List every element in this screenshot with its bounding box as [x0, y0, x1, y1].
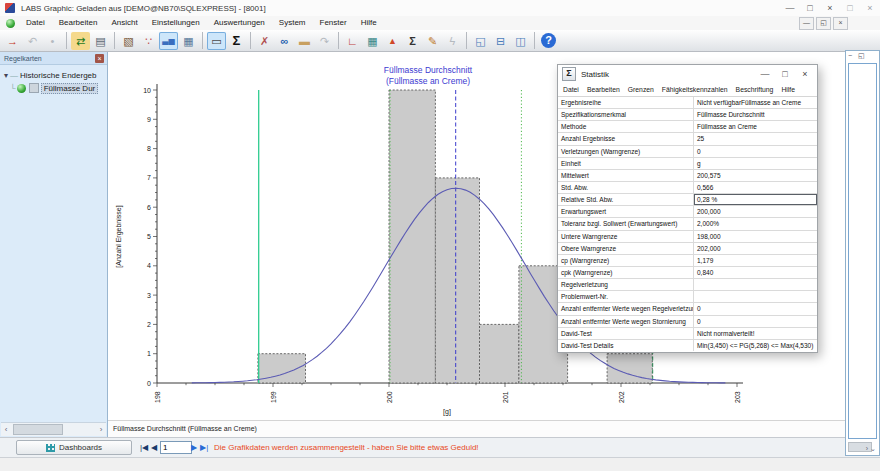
nav-first-button[interactable]: |◀ [140, 441, 148, 454]
child-minimize-button[interactable]: — [799, 17, 814, 30]
panel-header[interactable]: Regelkarten × [0, 52, 107, 65]
scroll-right-icon[interactable]: › [96, 425, 106, 434]
statistik-title-bar[interactable]: Σ Statistik — □ × [558, 65, 817, 83]
stat-row[interactable]: Anzahl Ergebnisse25 [558, 133, 817, 145]
tile-horizontal-icon[interactable]: ⊟ [491, 32, 510, 50]
menu-einstellungen[interactable]: Einstellungen [145, 16, 207, 30]
statistik-maximize-button[interactable]: □ [777, 65, 793, 83]
stat-value[interactable]: 202,000 [694, 243, 817, 254]
menu-auswertungen[interactable]: Auswertungen [207, 16, 272, 30]
report-icon[interactable]: ✎ [423, 32, 442, 50]
stat-value[interactable]: 25 [694, 133, 817, 144]
statistik-menu-beschriftung[interactable]: Beschriftung [736, 86, 774, 93]
cascade-windows-icon[interactable]: ◱ [471, 32, 490, 50]
stat-value[interactable] [694, 279, 817, 290]
menu-datei[interactable]: Datei [19, 16, 52, 30]
stat-row[interactable]: Toleranz bzgl. Sollwert (Erwartungswert)… [558, 218, 817, 230]
tile-vertical-icon[interactable]: ◫ [511, 32, 530, 50]
stat-value[interactable]: Min(3,450) <= PG(5,268) <= Max(4,530) [694, 340, 817, 351]
statistik-menu-hilfe[interactable]: Hilfe [781, 86, 795, 93]
maximize-button[interactable]: □ [800, 0, 820, 16]
menu-system[interactable]: System [272, 16, 313, 30]
stat-row[interactable]: Relative Std. Abw.0,28 % [558, 194, 817, 206]
nav-last-button[interactable]: ▶| [200, 441, 208, 454]
chevron-down-icon[interactable]: ▾ [4, 71, 8, 80]
stat-row[interactable]: Anzahl entfernter Werte wegen Stornierun… [558, 316, 817, 328]
statistik-menu-datei[interactable]: Datei [563, 86, 579, 93]
menu-fenster[interactable]: Fenster [313, 16, 354, 30]
stat-value[interactable]: 0 [694, 316, 817, 327]
chart-warning-icon[interactable]: ▲ [383, 32, 402, 50]
stat-value[interactable]: g [694, 158, 817, 169]
table-icon[interactable]: ▦ [179, 32, 198, 50]
background-document-window[interactable]: − ◱ ▭ › ⌄ [845, 50, 880, 456]
statistik-close-button[interactable]: × [797, 65, 813, 83]
stat-row[interactable]: Erwartungswert200,000 [558, 206, 817, 218]
stat-value[interactable]: 1,179 [694, 255, 817, 266]
stat-value[interactable]: 2,000% [694, 218, 817, 229]
title-bar[interactable]: LABS Graphic: Geladen aus [DEMO@NB70\SQL… [0, 0, 880, 17]
background-window-close-button[interactable]: × [860, 0, 880, 16]
stat-value[interactable]: Füllmasse an Creme [694, 121, 817, 132]
stat-value[interactable]: 0,566 [694, 182, 817, 193]
stat-value[interactable]: Nicht verfügbarFüllmasse an Creme [694, 97, 817, 108]
child-restore-button[interactable]: ◱ [816, 17, 831, 30]
presentation-icon[interactable]: ▭ [207, 32, 226, 50]
stat-value[interactable] [694, 291, 817, 302]
mini-scroll-arrow-icon[interactable]: › ⌄ [866, 445, 876, 453]
refresh-folder-icon[interactable]: ⇄ [71, 32, 90, 50]
scatter-chart-icon[interactable]: ∵ [139, 32, 158, 50]
nav-prev-button[interactable]: ◀ [151, 441, 157, 454]
close-button[interactable]: × [820, 0, 840, 16]
scrollbar-thumb[interactable] [13, 424, 63, 435]
stat-value[interactable]: Füllmasse Durchschnitt [694, 109, 817, 120]
tree-item-historische[interactable]: ▾ — Historische Endergeb [0, 69, 97, 81]
nav-next-button[interactable]: ▶ [191, 441, 197, 454]
histogram-icon[interactable]: ▃▅ [159, 32, 178, 50]
chart-config-icon[interactable]: ▧ [119, 32, 138, 50]
panel-close-icon[interactable]: × [95, 54, 104, 63]
tree-item-fuellmasse[interactable]: └ Füllmasse Dur [0, 82, 98, 94]
background-window-maximize-button[interactable]: □ [840, 0, 860, 16]
statistik-menu-bearbeiten[interactable]: Bearbeiten [587, 86, 620, 93]
minimize-button[interactable]: — [780, 0, 800, 16]
menu-ansicht[interactable]: Ansicht [104, 16, 144, 30]
stat-row[interactable]: Anzahl entfernter Werte wegen Regelverle… [558, 303, 817, 315]
stat-row[interactable]: Verletzungen (Warngrenze)0 [558, 146, 817, 158]
stat-row[interactable]: Problemwert-Nr. [558, 291, 817, 303]
chart-table-icon[interactable]: ▦ [363, 32, 382, 50]
stat-value[interactable]: 198,000 [694, 231, 817, 242]
stat-row[interactable]: Obere Warngrenze202,000 [558, 243, 817, 255]
stat-value[interactable]: 0,840 [694, 267, 817, 278]
stat-row[interactable]: cpk (Warngrenze)0,840 [558, 267, 817, 279]
menu-hilfe[interactable]: Hilfe [354, 16, 384, 30]
child-close-button[interactable]: × [833, 17, 848, 30]
scroll-left-icon[interactable]: ‹ [1, 425, 11, 434]
stat-value[interactable]: 0 [694, 146, 817, 157]
stat-value[interactable]: 200,575 [694, 170, 817, 181]
exit-icon[interactable]: → [3, 32, 22, 50]
help-icon[interactable]: ? [541, 33, 556, 48]
axes-chart-icon[interactable]: ∟ [343, 32, 362, 50]
sigma-chart-icon[interactable]: Σ [403, 32, 422, 50]
tools-icon[interactable]: ✗ [255, 32, 274, 50]
ruler-icon[interactable]: ▬ [295, 32, 314, 50]
stat-value[interactable]: 0 [694, 303, 817, 314]
stat-value[interactable]: 0,28 % [694, 194, 817, 205]
stat-row[interactable]: SpezifikationsmerkmalFüllmasse Durchschn… [558, 109, 817, 121]
stat-value[interactable]: 200,000 [694, 206, 817, 217]
stat-row[interactable]: MethodeFüllmasse an Creme [558, 121, 817, 133]
stat-row[interactable]: Std. Abw.0,566 [558, 182, 817, 194]
statistik-minimize-button[interactable]: — [757, 65, 773, 83]
sidebar-horizontal-scrollbar[interactable]: ‹ › [1, 422, 106, 436]
stat-row[interactable]: ErgebnisreiheNicht verfügbarFüllmasse an… [558, 97, 817, 109]
stat-row[interactable]: cp (Warngrenze)1,179 [558, 255, 817, 267]
stat-row[interactable]: Einheitg [558, 158, 817, 170]
sigma-icon[interactable]: Σ [227, 32, 246, 50]
statistik-menu-fähigkeitskennzahlen[interactable]: Fähigkeitskennzahlen [662, 86, 728, 93]
print-icon[interactable]: ▤ [91, 32, 110, 50]
stat-row[interactable]: Regelverletzung [558, 279, 817, 291]
stat-row[interactable]: Untere Warngrenze198,000 [558, 231, 817, 243]
dashboards-button[interactable]: Dashboards [16, 440, 132, 455]
stat-row[interactable]: Mittelwert200,575 [558, 170, 817, 182]
